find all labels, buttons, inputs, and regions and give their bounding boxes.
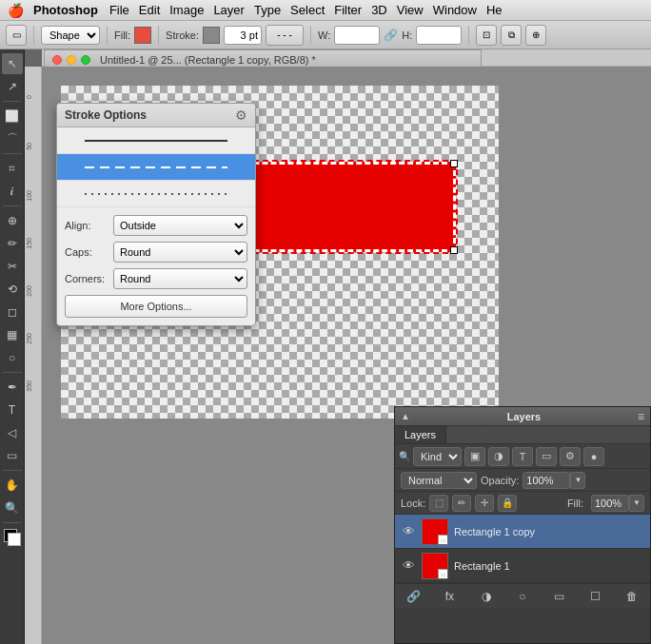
stroke-solid-line[interactable]: [57, 127, 255, 154]
eyedropper-tool[interactable]: 𝒊: [2, 181, 23, 202]
opacity-arrow[interactable]: ▼: [570, 472, 585, 489]
marquee-tool[interactable]: ⬜: [2, 106, 23, 127]
stroke-width-input[interactable]: [224, 26, 262, 45]
menu-file[interactable]: File: [109, 3, 129, 17]
eraser-tool[interactable]: ◻: [2, 302, 23, 322]
delete-layer-button[interactable]: 🗑: [621, 587, 642, 606]
path-selection-tool[interactable]: ◁: [2, 422, 23, 443]
shape-select[interactable]: Shape: [41, 26, 100, 45]
select-tool[interactable]: ↖: [2, 53, 23, 74]
width-input[interactable]: 401 px: [334, 26, 380, 45]
filter-icon: 🔍: [399, 451, 410, 461]
lock-transparent-button[interactable]: ⬚: [429, 495, 448, 512]
layers-collapse-button[interactable]: ▲: [401, 411, 410, 421]
gradient-tool[interactable]: ▦: [2, 324, 23, 345]
dotted-line-svg: [80, 186, 232, 202]
menu-edit[interactable]: Edit: [139, 3, 160, 17]
minimize-button[interactable]: [67, 55, 76, 65]
layer-visibility-rectangle-1-copy[interactable]: 👁: [401, 524, 416, 539]
dodge-tool[interactable]: ○: [2, 347, 23, 368]
lock-all-button[interactable]: 🔒: [498, 495, 517, 512]
menu-window[interactable]: Window: [433, 3, 477, 17]
zoom-tool[interactable]: 🔍: [2, 498, 23, 518]
handle-top-right[interactable]: [450, 160, 458, 167]
shape-tool[interactable]: ▭: [2, 445, 23, 466]
tab-layers[interactable]: Layers: [395, 426, 446, 443]
blend-mode-select[interactable]: Normal: [401, 472, 477, 489]
filter-type-select[interactable]: Kind: [413, 447, 462, 466]
corners-select[interactable]: Miter Round Bevel: [113, 268, 247, 289]
close-button[interactable]: [52, 55, 62, 65]
tool-separator-2: [3, 153, 22, 154]
direct-select-tool[interactable]: ↗: [2, 76, 23, 97]
type-tool[interactable]: T: [2, 400, 23, 420]
shape-mode-button[interactable]: ▭: [6, 25, 27, 46]
type-filter-button[interactable]: T: [512, 447, 533, 466]
align-select[interactable]: Inside Center Outside: [113, 215, 247, 236]
fill-color-swatch[interactable]: [134, 27, 151, 44]
menu-type[interactable]: Type: [254, 3, 281, 17]
stroke-color-swatch[interactable]: [203, 27, 220, 44]
filter-toggle[interactable]: ●: [583, 447, 604, 466]
foreground-color[interactable]: [2, 527, 23, 548]
stroke-dashed-line[interactable]: [57, 154, 255, 181]
link-layers-button[interactable]: 🔗: [403, 587, 424, 606]
menu-3d[interactable]: 3D: [371, 3, 387, 17]
clone-tool[interactable]: ✂: [2, 256, 23, 277]
lock-fill-row: Lock: ⬚ ✏ ✛ 🔒 Fill: ▼: [395, 492, 650, 515]
adjustment-filter-button[interactable]: ◑: [488, 447, 509, 466]
height-input[interactable]: 92 px: [416, 26, 462, 45]
stroke-options-controls: Align: Inside Center Outside Caps: Butt …: [57, 207, 255, 325]
lasso-tool[interactable]: ⌒: [2, 128, 23, 149]
height-label: H:: [402, 29, 412, 41]
menu-image[interactable]: Image: [169, 3, 204, 17]
stroke-options-gear[interactable]: ⚙: [235, 107, 247, 123]
transform-button[interactable]: ⊕: [525, 25, 546, 46]
separator-1: [33, 26, 34, 45]
pen-tool[interactable]: ✒: [2, 377, 23, 398]
menu-select[interactable]: Select: [290, 3, 325, 17]
layers-menu-button[interactable]: ≡: [638, 410, 644, 423]
arrange-button[interactable]: ⧉: [501, 25, 522, 46]
fill-input[interactable]: [591, 495, 629, 512]
pixel-filter-button[interactable]: ▣: [464, 447, 485, 466]
new-adjustment-button[interactable]: ▭: [548, 587, 569, 606]
layer-visibility-rectangle-1[interactable]: 👁: [401, 558, 416, 574]
layer-thumbnail-rectangle-1: ▭: [422, 553, 448, 579]
menu-view[interactable]: View: [397, 3, 424, 17]
stroke-dotted-line[interactable]: [57, 181, 255, 207]
shape-dropdown[interactable]: Shape: [41, 26, 100, 45]
fullscreen-button[interactable]: [81, 55, 90, 65]
menu-filter[interactable]: Filter: [334, 3, 362, 17]
layer-item-rectangle-1-copy[interactable]: 👁 ▭ Rectangle 1 copy: [395, 515, 650, 549]
smart-filter-button[interactable]: ⚙: [560, 447, 581, 466]
lock-image-button[interactable]: ✏: [452, 495, 471, 512]
patch-tool[interactable]: ⊕: [2, 210, 23, 231]
add-style-button[interactable]: fx: [439, 587, 460, 606]
stroke-type-button[interactable]: - - -: [266, 25, 304, 46]
menu-help[interactable]: He: [486, 3, 503, 17]
corners-row: Corners: Miter Round Bevel: [65, 268, 247, 289]
fill-label: Fill:: [567, 498, 583, 509]
lock-position-button[interactable]: ✛: [475, 495, 494, 512]
align-button[interactable]: ⊡: [476, 25, 497, 46]
shape-filter-button[interactable]: ▭: [536, 447, 557, 466]
create-group-button[interactable]: ○: [512, 587, 533, 606]
hand-tool[interactable]: ✋: [2, 475, 23, 496]
menu-layer[interactable]: Layer: [213, 3, 245, 17]
crop-tool[interactable]: ⌗: [2, 158, 23, 179]
options-bar: ▭ Shape Fill: Stroke: - - - W: 401 px 🔗 …: [0, 21, 651, 49]
separator-4: [310, 26, 311, 45]
handle-bottom-right[interactable]: [450, 246, 458, 254]
more-options-button[interactable]: More Options...: [65, 295, 247, 318]
brush-tool[interactable]: ✏: [2, 233, 23, 254]
opacity-input[interactable]: [523, 472, 570, 489]
new-layer-button[interactable]: ☐: [585, 587, 606, 606]
apple-menu[interactable]: 🍎: [8, 3, 24, 18]
caps-select[interactable]: Butt Round Square: [113, 242, 247, 263]
width-label: W:: [318, 29, 330, 41]
layer-item-rectangle-1[interactable]: 👁 ▭ Rectangle 1: [395, 549, 650, 583]
add-mask-button[interactable]: ◑: [476, 587, 497, 606]
fill-arrow[interactable]: ▼: [629, 495, 644, 512]
history-tool[interactable]: ⟲: [2, 279, 23, 300]
